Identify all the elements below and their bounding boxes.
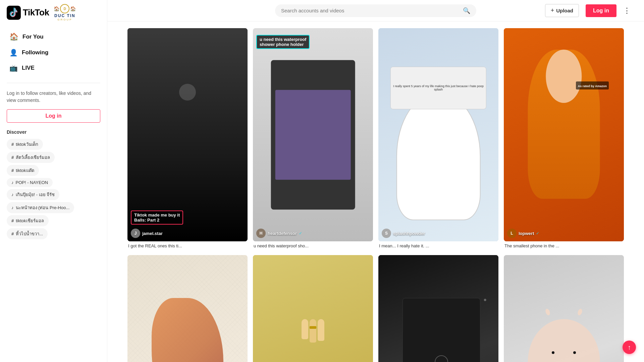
video-card-1[interactable]: Tiktok made me buy itBalls: Part 2 J jam… bbox=[127, 28, 248, 248]
tiktok-logo-text: TikTok bbox=[23, 7, 49, 18]
video-card-8[interactable]: O olotllove I would never fall in love a… bbox=[504, 255, 624, 362]
overlay-text-1: Tiktok made me buy itBalls: Part 2 bbox=[131, 210, 244, 225]
music-icon-1: ♪ bbox=[11, 180, 14, 185]
plus-icon: + bbox=[551, 7, 554, 14]
main-content: 🔍 + Upload Log in ⋮ Tiktok made me buy i… bbox=[107, 0, 644, 362]
live-label: LIVE bbox=[22, 65, 35, 71]
overlay-badge-2: u need this waterproofshower phone holde… bbox=[256, 35, 310, 49]
upload-label: Upload bbox=[556, 8, 573, 13]
verified-icon-4: ✓ bbox=[536, 231, 539, 236]
creator-name-1: jamel.star bbox=[142, 231, 163, 236]
discover-section: Discover # tiktokวันเด็ก # สัตว์เลี้ยงเช… bbox=[0, 123, 107, 243]
music-icon-3: ♪ bbox=[11, 205, 14, 210]
sidebar-item-live[interactable]: 📺 LIVE bbox=[3, 61, 104, 75]
video-grid: Tiktok made me buy itBalls: Part 2 J jam… bbox=[127, 28, 624, 362]
tag-music-gern[interactable]: ♪ เกินปุ๊ยมุ้ย! - เอย จีรัช bbox=[7, 189, 59, 200]
search-icon: 🔍 bbox=[463, 7, 470, 14]
video-caption-1: I got the REAL ones this ti... bbox=[127, 241, 248, 248]
creator-info-4: L lopwert ✓ bbox=[507, 229, 539, 238]
topbar-right: + Upload Log in ⋮ bbox=[545, 4, 631, 17]
creator-avatar-3: S bbox=[382, 229, 391, 238]
tag-label-4: POP! - NAYEON bbox=[16, 180, 48, 185]
duc-tin-name: DUC TIN bbox=[54, 13, 75, 18]
creator-info-1: J jamel.star bbox=[131, 229, 163, 238]
hash-icon-5: # bbox=[11, 231, 14, 236]
video-thumbnail-8: O olotllove bbox=[504, 255, 624, 362]
tag-label-5: เกินปุ๊ยมุ้ย! - เอย จีรัช bbox=[16, 191, 55, 198]
video-thumbnail-2: u need this waterproofshower phone holde… bbox=[253, 28, 373, 241]
video-thumbnail-6: L laurensfavefinds bbox=[253, 255, 373, 362]
music-icon-2: ♪ bbox=[11, 192, 14, 197]
duc-tin-logo: 🏠 D 🏠 DUC TIN GROUP bbox=[54, 4, 76, 21]
duc-tin-circle: D bbox=[60, 4, 69, 13]
hash-icon-3: # bbox=[11, 168, 14, 173]
overlay-text-2: u need this waterproofshower phone holde… bbox=[256, 35, 370, 49]
tag-tiktok-children[interactable]: # tiktokวันเด็ก bbox=[7, 139, 43, 150]
discover-title: Discover bbox=[7, 129, 100, 135]
tag-label-3: tiktokแด๊ด bbox=[16, 167, 34, 174]
sidebar-item-following[interactable]: 👤 Following bbox=[3, 45, 104, 60]
video-thumbnail-7: ⊕ ⊕ S stuffyouactuallyneed bbox=[378, 255, 498, 362]
video-card-4[interactable]: As rated by Amazon L lopwert ✓ The small… bbox=[504, 28, 624, 248]
tag-label-7: tiktokเชียร์มอล bbox=[16, 217, 44, 224]
creator-name-4: lopwert bbox=[519, 231, 534, 236]
duc-tin-text-block: DUC TIN GROUP bbox=[54, 13, 75, 21]
search-container: 🔍 bbox=[275, 4, 476, 17]
video-caption-2: u need this waterproof sho... bbox=[253, 241, 373, 248]
creator-avatar-2: H bbox=[256, 229, 266, 238]
for-you-label: For You bbox=[22, 34, 44, 40]
tag-tiktok-dad[interactable]: # tiktokแด๊ด bbox=[7, 165, 39, 176]
duc-tin-wings-container: 🏠 D 🏠 bbox=[54, 4, 76, 13]
tag-label-1: tiktokวันเด็ก bbox=[16, 141, 38, 148]
topbar-login-button[interactable]: Log in bbox=[586, 4, 616, 17]
scroll-to-top-button[interactable]: ↑ bbox=[623, 341, 636, 354]
creator-name-2: heartdefensor bbox=[268, 231, 297, 236]
video-thumbnail-3: I really spent 5 years of my life making… bbox=[378, 28, 498, 241]
following-icon: 👤 bbox=[9, 49, 18, 57]
home-icon: 🏠 bbox=[9, 33, 18, 41]
wing-left-icon: 🏠 bbox=[54, 6, 59, 11]
sidebar: TikTok 🏠 D 🏠 DUC TIN GROUP 🏠 For You � bbox=[0, 0, 107, 362]
nav-items: 🏠 For You 👤 Following 📺 LIVE bbox=[0, 25, 107, 79]
wing-right-icon: 🏠 bbox=[70, 6, 76, 11]
tag-carry[interactable]: # หิ้วไปน้ำขวา... bbox=[7, 228, 48, 239]
tag-tiktok-cheer[interactable]: # tiktokเชียร์มอล bbox=[7, 215, 49, 226]
creator-avatar-4: L bbox=[507, 229, 517, 238]
video-card-5[interactable]: M miritamez Disney mistery book pt.4 ... bbox=[127, 255, 248, 362]
creator-name-3: splashhpowder bbox=[393, 231, 425, 236]
tag-label-6: นะหน้าทอง (ท่อน Pre-Hoo... bbox=[16, 204, 70, 211]
video-thumbnail-5: M miritamez bbox=[127, 255, 248, 362]
creator-info-3: S splashhpowder bbox=[382, 229, 425, 238]
tag-label-8: หิ้วไปน้ำขวา... bbox=[16, 230, 43, 237]
search-input[interactable] bbox=[281, 8, 460, 13]
live-icon: 📺 bbox=[9, 64, 18, 72]
tag-label-2: สัตว์เลี้ยงเชียร์มอล bbox=[16, 154, 50, 161]
video-caption-4: The smallest phone in the ... bbox=[504, 241, 624, 248]
tag-pet[interactable]: # สัตว์เลี้ยงเชียร์มอล bbox=[7, 152, 55, 163]
creator-info-2: H heartdefensor ✓ bbox=[256, 229, 302, 238]
duc-tin-group: GROUP bbox=[57, 18, 72, 21]
video-card-6[interactable]: L laurensfavefinds #laurenfinds #sustain… bbox=[253, 255, 373, 362]
hash-icon-4: # bbox=[11, 218, 14, 223]
video-thumbnail-1: Tiktok made me buy itBalls: Part 2 J jam… bbox=[127, 28, 248, 241]
video-thumbnail-4: As rated by Amazon L lopwert ✓ bbox=[504, 28, 624, 241]
video-grid-container[interactable]: Tiktok made me buy itBalls: Part 2 J jam… bbox=[107, 21, 644, 362]
upload-button[interactable]: + Upload bbox=[545, 4, 579, 17]
following-label: Following bbox=[22, 49, 48, 56]
video-card-2[interactable]: u need this waterproofshower phone holde… bbox=[253, 28, 373, 248]
login-prompt-text: Log in to follow creators, like videos, … bbox=[0, 86, 107, 109]
sidebar-item-for-you[interactable]: 🏠 For You bbox=[3, 29, 104, 45]
sidebar-header: TikTok 🏠 D 🏠 DUC TIN GROUP bbox=[0, 0, 107, 25]
video-card-3[interactable]: I really spent 5 years of my life making… bbox=[378, 28, 498, 248]
video-card-7[interactable]: ⊕ ⊕ S stuffyouactuallyneed link in my bi… bbox=[378, 255, 498, 362]
hash-icon-2: # bbox=[11, 155, 14, 160]
tiktok-logo[interactable]: TikTok bbox=[7, 6, 49, 20]
tag-music-na[interactable]: ♪ นะหน้าทอง (ท่อน Pre-Hoo... bbox=[7, 202, 74, 213]
creator-avatar-1: J bbox=[131, 229, 140, 238]
overlay-badge-1: Tiktok made me buy itBalls: Part 2 bbox=[131, 210, 183, 225]
video-caption-3: I mean... I really hate it. ... bbox=[378, 241, 498, 248]
more-options-button[interactable]: ⋮ bbox=[623, 6, 631, 15]
tag-music-pop[interactable]: ♪ POP! - NAYEON bbox=[7, 178, 53, 187]
hash-icon-1: # bbox=[11, 142, 14, 147]
sidebar-login-button[interactable]: Log in bbox=[7, 109, 100, 123]
